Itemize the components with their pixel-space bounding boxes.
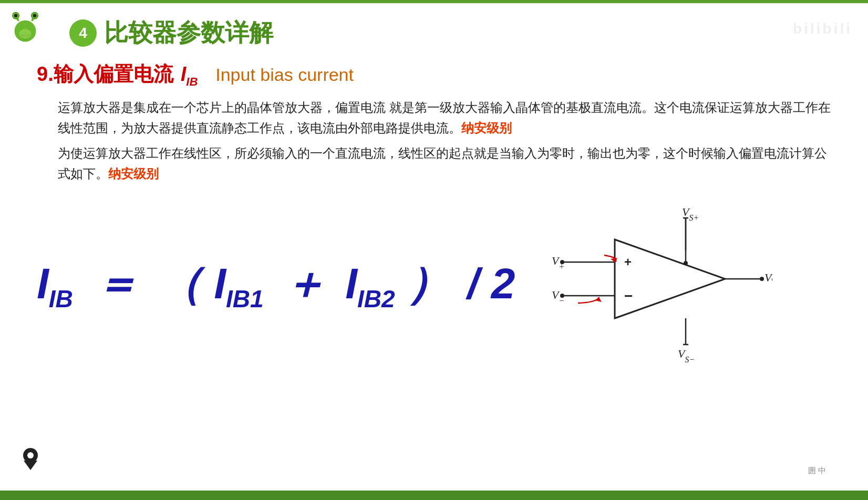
- highlight-nanoamp-1: 纳安级别: [461, 121, 512, 135]
- svg-text:VS+: VS+: [682, 205, 699, 222]
- highlight-nanoamp-2: 纳安级别: [108, 166, 159, 181]
- svg-text:+: +: [624, 255, 632, 269]
- main-content: 4 比较器参数详解 bilibili 9.输入偏置电流 IIB Input bi…: [0, 3, 868, 491]
- formula-i-ib: IIB: [37, 259, 73, 307]
- formula-i-ib1: IIB1: [214, 259, 263, 307]
- symbol-I: IIB: [181, 63, 198, 89]
- subsection-heading: 9.输入偏置电流 IIB Input bias current: [37, 61, 836, 89]
- logo-area: [8, 12, 42, 45]
- paragraph-2: 为使运算放大器工作在线性区，所必须输入的一个直流电流，线性区的起点就是当输入为零…: [37, 143, 836, 184]
- formula-display: IIB ＝ （ IIB1 ＋ IIB2 ） / 2: [37, 255, 515, 313]
- formula-open-paren: （: [159, 259, 202, 307]
- opamp-svg: VS+: [546, 200, 772, 368]
- svg-point-18: [560, 260, 564, 264]
- bottom-watermark: 囲 中: [808, 466, 826, 476]
- svg-text:Vout: Vout: [764, 271, 772, 284]
- location-pin: [21, 447, 40, 475]
- bilibili-watermark: bilibili: [793, 14, 852, 39]
- formula-plus: ＋: [283, 259, 326, 307]
- formula-equals: ＝: [95, 259, 138, 307]
- subsection-number: 9.输入偏置电流: [37, 61, 173, 88]
- svg-point-27: [760, 277, 764, 281]
- subsection-title-en: Input bias current: [215, 65, 354, 85]
- formula-close-paren: ）: [407, 259, 450, 307]
- svg-point-6: [33, 14, 36, 17]
- paragraph-1: 运算放大器是集成在一个芯片上的晶体管放大器，偏置电流 就是第一级放大器输入晶体管…: [37, 97, 836, 139]
- frog-icon: [8, 12, 42, 45]
- section-title: 比较器参数详解: [104, 17, 273, 49]
- location-icon: [21, 447, 40, 470]
- svg-text:VS−: VS−: [678, 347, 695, 364]
- svg-marker-25: [595, 297, 602, 302]
- formula-i-ib2: IIB2: [345, 259, 395, 307]
- svg-point-23: [560, 294, 564, 298]
- svg-point-15: [684, 261, 688, 265]
- svg-marker-33: [24, 461, 37, 470]
- svg-marker-11: [615, 239, 725, 318]
- content-section: 9.输入偏置电流 IIB Input bias current 运算放大器是集成…: [32, 61, 836, 368]
- formula-area: IIB ＝ （ IIB1 ＋ IIB2 ） / 2 VS+: [37, 200, 836, 368]
- section-number: 4: [69, 19, 97, 47]
- svg-point-7: [19, 29, 31, 38]
- formula-div2: / 2: [467, 259, 515, 307]
- opamp-diagram: VS+: [546, 200, 772, 368]
- svg-text:−: −: [624, 288, 633, 304]
- bottom-bar: [0, 491, 868, 500]
- svg-point-5: [14, 14, 17, 17]
- section-badge-area: 4 比较器参数详解: [69, 17, 836, 49]
- svg-point-34: [27, 452, 34, 459]
